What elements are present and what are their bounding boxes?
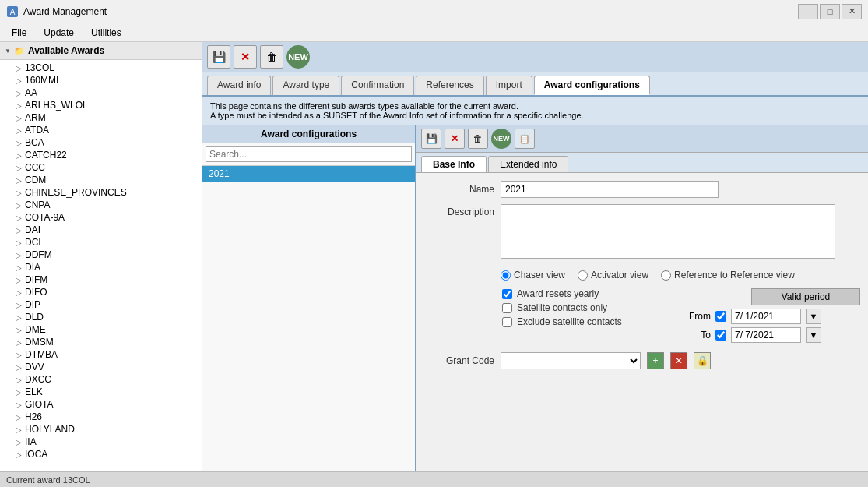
sidebar-item-cdm[interactable]: ▷CDM [0,174,202,186]
sidebar-item-bca[interactable]: ▷BCA [0,136,202,149]
config-item-2021[interactable]: 2021 [202,166,415,182]
description-area: This page contains the different sub awa… [202,97,868,125]
radio-chaser-input[interactable] [501,270,511,281]
leaf-icon: ▷ [16,189,22,197]
from-date-input[interactable] [731,309,801,324]
radio-chaser[interactable]: Chaser view [501,270,565,281]
close-button[interactable]: ✕ [842,4,862,19]
tab-confirmation[interactable]: Confirmation [341,76,414,95]
sidebar-item-160mmi[interactable]: ▷160MMI [0,74,202,86]
to-calendar-button[interactable]: ▼ [806,327,821,343]
sidebar-item-difm[interactable]: ▷DIFM [0,273,202,286]
sidebar-item-label: CATCH22 [25,150,67,161]
leaf-icon: ▷ [16,139,22,147]
sidebar-item-dci[interactable]: ▷DCI [0,236,202,249]
sidebar-item-label: DCI [25,237,41,248]
sidebar-item-cnpa[interactable]: ▷CNPA [0,199,202,211]
tab-import[interactable]: Import [486,76,532,95]
sidebar-item-arlhs_wlol[interactable]: ▷ARLHS_WLOL [0,99,202,111]
sidebar-item-label: CNPA [25,199,50,210]
valid-period-button[interactable]: Valid period [751,288,860,305]
grant-code-select[interactable] [501,352,641,369]
sub-tab-base-info[interactable]: Base Info [421,156,487,172]
sidebar-item-catch22[interactable]: ▷CATCH22 [0,149,202,161]
new-button[interactable]: NEW [286,45,310,69]
detail-save-button[interactable]: 💾 [421,129,441,149]
sidebar-item-label: AA [25,87,37,98]
sidebar-item-dld[interactable]: ▷DLD [0,311,202,323]
sidebar-item-difo[interactable]: ▷DIFO [0,286,202,298]
tab-award-configurations[interactable]: Award configurations [534,76,650,95]
sidebar-item-dme[interactable]: ▷DME [0,323,202,336]
save-button[interactable]: 💾 [207,45,230,69]
sidebar-item-aa[interactable]: ▷AA [0,86,202,99]
menu-update[interactable]: Update [35,25,83,41]
grant-add-button[interactable]: + [647,352,664,369]
sidebar-item-ddfm[interactable]: ▷DDFM [0,249,202,261]
sidebar-item-atda[interactable]: ▷ATDA [0,124,202,136]
tab-references[interactable]: References [416,76,483,95]
detail-new-button[interactable]: NEW [491,129,511,149]
tab-award-type[interactable]: Award type [272,76,339,95]
from-checkbox[interactable] [715,311,726,322]
leaf-icon: ▷ [16,251,22,259]
radio-ref-to-ref-input[interactable] [661,270,671,281]
delete-button[interactable]: 🗑 [260,45,283,69]
sidebar-item-dvv[interactable]: ▷DVV [0,361,202,373]
sidebar-item-chinese_provinces[interactable]: ▷CHINESE_PROVINCES [0,186,202,199]
radio-ref-to-ref[interactable]: Reference to Reference view [661,270,795,281]
sidebar-item-dia[interactable]: ▷DIA [0,261,202,273]
grant-code-row: Grant Code + ✕ 🔒 [424,352,860,369]
sidebar-item-label: DIFM [25,274,47,285]
sub-tab-extended-info[interactable]: Extended info [488,156,568,172]
detail-delete-button[interactable]: 🗑 [468,129,488,149]
sidebar-item-arm[interactable]: ▷ARM [0,111,202,124]
checkbox-exclude-satellite: Exclude satellite contacts [424,316,689,327]
menu-utilities[interactable]: Utilities [83,25,130,41]
description-textarea[interactable] [501,204,835,259]
config-list-header: Award configurations [202,125,415,143]
sidebar-item-elk[interactable]: ▷ELK [0,386,202,398]
sidebar-item-dxcc[interactable]: ▷DXCC [0,373,202,386]
sidebar-item-dmsm[interactable]: ▷DMSM [0,336,202,348]
sidebar-item-cota-9a[interactable]: ▷COTA-9A [0,211,202,224]
sidebar-item-holyland[interactable]: ▷HOLYLAND [0,423,202,436]
to-checkbox[interactable] [715,330,726,341]
radio-activator-input[interactable] [578,270,588,281]
detail-cancel-button[interactable]: ✕ [445,129,465,149]
leaf-icon: ▷ [16,351,22,359]
maximize-button[interactable]: □ [820,4,840,19]
sidebar-item-dai[interactable]: ▷DAI [0,224,202,236]
minimize-button[interactable]: − [798,4,818,19]
sidebar-item-13col[interactable]: ▷13COL [0,62,202,74]
tree-container[interactable]: ▷13COL▷160MMI▷AA▷ARLHS_WLOL▷ARM▷ATDA▷BCA… [0,60,202,471]
checkbox-exclude-satellite-input[interactable] [502,317,512,327]
radio-activator[interactable]: Activator view [578,270,648,281]
grant-delete-button[interactable]: ✕ [670,352,687,369]
sidebar-item-h26[interactable]: ▷H26 [0,411,202,423]
title-bar: A Award Management − □ ✕ [0,0,868,23]
name-input[interactable] [501,181,719,198]
leaf-icon: ▷ [16,376,22,384]
from-calendar-button[interactable]: ▼ [806,309,821,324]
sidebar-item-iia[interactable]: ▷IIA [0,436,202,448]
checkbox-satellite-only-input[interactable] [502,303,512,313]
grant-lock-button[interactable]: 🔒 [694,352,711,369]
status-bar: Current award 13COL [0,471,868,487]
detail-copy-button[interactable]: 📋 [515,129,535,149]
sidebar-item-ccc[interactable]: ▷CCC [0,161,202,174]
sidebar-item-giota[interactable]: ▷GIOTA [0,398,202,411]
sidebar-item-dip[interactable]: ▷DIP [0,298,202,311]
checkbox-resets-yearly-input[interactable] [502,289,512,299]
name-row: Name [424,181,860,198]
menu-file[interactable]: File [3,25,35,41]
cancel-button[interactable]: ✕ [234,45,257,69]
config-search-input[interactable] [206,146,412,162]
to-date-input[interactable] [731,327,801,343]
sidebar-item-ioca[interactable]: ▷IOCA [0,448,202,461]
config-detail-panel: 💾 ✕ 🗑 NEW 📋 Base Info Extended info Name [416,125,868,471]
tab-award-info[interactable]: Award info [207,76,271,95]
status-label: Current award [6,475,61,485]
sidebar-item-dtmba[interactable]: ▷DTMBA [0,348,202,361]
from-label: From [689,311,711,322]
